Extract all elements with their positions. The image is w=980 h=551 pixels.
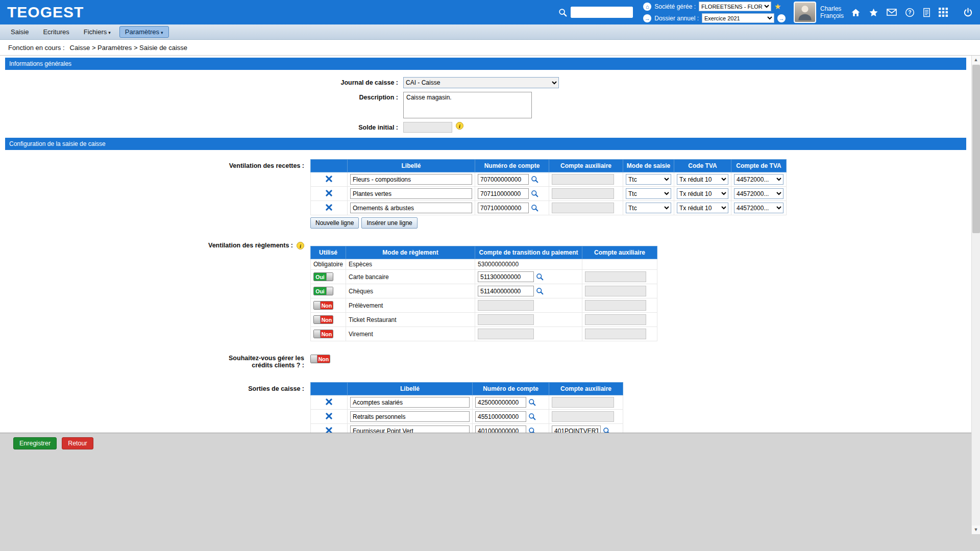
toggle-oui[interactable]: Oui: [313, 272, 333, 281]
toggle-handle: [314, 302, 321, 309]
save-button[interactable]: Enregistrer: [13, 437, 57, 449]
sorties-label: Sorties de caisse :: [0, 382, 310, 392]
lookup-icon[interactable]: [536, 287, 544, 295]
compte-auxiliaire-input: [585, 271, 646, 282]
topbar-icon-group: ?: [851, 8, 973, 17]
info-icon[interactable]: i: [297, 242, 304, 249]
numero-compte-input[interactable]: [478, 203, 529, 213]
info-icon[interactable]: i: [456, 122, 463, 130]
power-icon[interactable]: [963, 8, 973, 17]
delete-row-icon[interactable]: [325, 175, 333, 183]
menu-bar: Saisie Ecritures Fichiers▾ Paramètres▾: [0, 24, 980, 40]
menu-ecritures[interactable]: Ecritures: [37, 26, 75, 38]
numero-compte-input[interactable]: [478, 188, 529, 199]
user-first-name: Charles: [820, 5, 844, 12]
company-label: Société gérée :: [654, 3, 696, 10]
toggle-non[interactable]: Non: [313, 315, 333, 324]
col-header: Utilisé: [311, 246, 346, 259]
dossier-label: Dossier annuel :: [654, 15, 699, 22]
mode-saisie-select[interactable]: Ttc: [626, 188, 671, 199]
journal-select[interactable]: CAI - Caisse: [403, 77, 559, 88]
lookup-icon[interactable]: [531, 204, 538, 212]
lookup-icon[interactable]: [528, 398, 536, 406]
code-tva-select[interactable]: Tx réduit 10: [677, 174, 728, 185]
delete-row-icon[interactable]: [325, 398, 333, 406]
table-row: Non Ticket Restaurant: [311, 313, 657, 327]
go-dossier-icon[interactable]: →: [777, 14, 786, 22]
mode-saisie-select[interactable]: Ttc: [626, 203, 671, 213]
scroll-down-icon[interactable]: ▼: [972, 525, 980, 534]
libelle-input[interactable]: [350, 411, 470, 422]
compte-transition-input[interactable]: [478, 286, 534, 296]
toggle-handle: [311, 355, 317, 363]
numero-compte-input[interactable]: [475, 411, 526, 422]
compte-tva-select[interactable]: 44572000...: [734, 203, 783, 213]
favorites-icon[interactable]: [869, 8, 878, 17]
home-icon[interactable]: [851, 8, 861, 17]
compte-auxiliaire-input: [585, 314, 646, 325]
toggle-oui[interactable]: Oui: [313, 287, 333, 295]
reglements-table: Utilisé Mode de règlement Compte de tran…: [310, 246, 657, 341]
delete-row-icon[interactable]: [325, 204, 333, 211]
scroll-up-icon[interactable]: ▲: [972, 56, 980, 64]
search-input[interactable]: [571, 7, 633, 18]
menu-parametres[interactable]: Paramètres▾: [119, 26, 169, 38]
vertical-scrollbar[interactable]: ▲ ▼: [971, 56, 980, 534]
libelle-input[interactable]: [350, 174, 472, 185]
dossier-select[interactable]: Exercice 2021: [702, 13, 774, 23]
report-icon[interactable]: [923, 8, 930, 17]
toggle-handle: [314, 330, 321, 338]
col-header: Libellé: [348, 160, 475, 172]
mode-reglement-label: Prélèvement: [346, 298, 475, 313]
mode-reglement-label: Ticket Restaurant: [346, 313, 475, 327]
favorite-star-icon[interactable]: ★: [774, 3, 781, 10]
libelle-input[interactable]: [350, 203, 472, 213]
help-icon[interactable]: ?: [905, 8, 915, 17]
toggle-non[interactable]: Non: [313, 330, 333, 338]
app-logo[interactable]: TEOGEST: [7, 4, 84, 21]
lookup-icon[interactable]: [531, 190, 538, 197]
inserer-ligne-button[interactable]: Insérer une ligne: [361, 217, 417, 229]
toggle-non[interactable]: Non: [313, 301, 333, 310]
solde-initial-input: [403, 122, 452, 133]
recettes-block: Ventilation des recettes : Libellé Numér…: [0, 159, 971, 229]
dossier-arrow-icon[interactable]: →: [643, 14, 651, 22]
numero-compte-input[interactable]: [475, 397, 526, 408]
menu-saisie[interactable]: Saisie: [5, 26, 34, 38]
footer-bar: Enregistrer Retour: [0, 433, 980, 551]
code-tva-select[interactable]: Tx réduit 10: [677, 203, 728, 213]
description-row: Description : Caisse magasin.: [0, 92, 971, 118]
table-row: Ttc Tx réduit 10 44572000...: [311, 187, 787, 201]
lookup-icon[interactable]: [528, 413, 536, 420]
libelle-input[interactable]: [350, 188, 472, 199]
compte-tva-select[interactable]: 44572000...: [734, 174, 783, 185]
back-button[interactable]: Retour: [62, 437, 93, 449]
delete-row-icon[interactable]: [325, 412, 333, 420]
dossier-row: → Dossier annuel : Exercice 2021 →: [643, 13, 786, 23]
description-textarea[interactable]: Caisse magasin.: [403, 92, 532, 118]
company-select[interactable]: FLOREETSENS - FLOR: [699, 2, 771, 11]
search-icon[interactable]: [558, 8, 567, 17]
numero-compte-input[interactable]: [478, 174, 529, 185]
code-tva-select[interactable]: Tx réduit 10: [677, 188, 728, 199]
compte-tva-select[interactable]: 44572000...: [734, 188, 783, 199]
lookup-icon[interactable]: [536, 273, 544, 281]
libelle-input[interactable]: [350, 397, 470, 408]
recettes-label: Ventilation des recettes :: [0, 159, 310, 169]
toggle-credits-clients[interactable]: Non: [310, 355, 330, 363]
menu-fichiers[interactable]: Fichiers▾: [78, 26, 116, 38]
recettes-table: Libellé Numéro de compte Compte auxiliai…: [310, 159, 787, 215]
company-home-icon[interactable]: ⌂: [643, 3, 651, 11]
delete-row-icon[interactable]: [325, 189, 333, 197]
user-avatar[interactable]: [794, 2, 816, 23]
col-header: Compte de transition du paiement: [475, 246, 582, 259]
lookup-icon[interactable]: [531, 176, 538, 183]
apps-grid-icon[interactable]: [939, 8, 948, 17]
sorties-header-row: Libellé Numéro de compte Compte auxiliai…: [311, 383, 623, 395]
scrollbar-thumb[interactable]: [972, 65, 980, 233]
nouvelle-ligne-button[interactable]: Nouvelle ligne: [310, 217, 359, 229]
mail-icon[interactable]: [887, 8, 897, 16]
compte-transition-input[interactable]: [478, 271, 534, 282]
reglements-header-row: Utilisé Mode de règlement Compte de tran…: [311, 246, 657, 259]
mode-saisie-select[interactable]: Ttc: [626, 174, 671, 185]
